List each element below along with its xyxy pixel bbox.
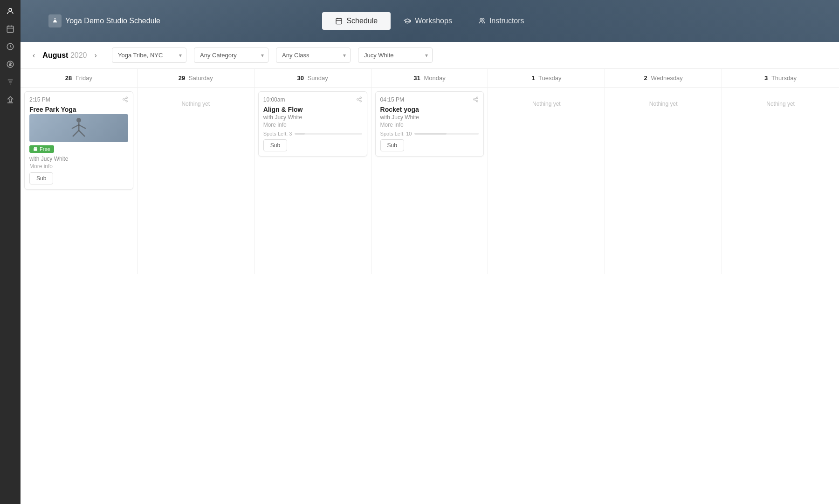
class-select-wrapper: Any Class (276, 48, 351, 63)
share-icon[interactable] (356, 96, 362, 104)
svg-point-17 (480, 19, 482, 20)
svg-point-12 (55, 18, 56, 20)
current-month: August 2020 (42, 51, 87, 60)
day-header-2: 30 Sunday (254, 69, 371, 87)
category-select[interactable]: Any Category (194, 48, 268, 63)
day-column-2: Nothing yet (605, 88, 722, 274)
nothing-yet-29: Nothing yet (141, 91, 250, 107)
svg-point-19 (126, 97, 127, 98)
free-badge: Free (29, 145, 54, 153)
day-columns: 2:15 PM Free Park Yoga (21, 88, 839, 274)
class-card-align-flow: 10:00am Align & Flow with Jucy White Mor… (258, 91, 367, 157)
day-column-3: Nothing yet (722, 88, 839, 274)
day-header-4: 1 Tuesday (488, 69, 605, 87)
class-name: Align & Flow (263, 106, 362, 113)
nothing-yet-1: Nothing yet (492, 91, 601, 107)
spots-fill (295, 133, 305, 135)
sub-button[interactable]: Sub (263, 139, 287, 151)
svg-line-28 (73, 130, 79, 136)
class-card-rocket-yoga: 04:15 PM Rocket yoga with Jucy White Mor… (375, 91, 484, 157)
calendar-icon[interactable] (3, 21, 18, 36)
nav-schedule[interactable]: Schedule (322, 12, 391, 30)
svg-point-37 (474, 99, 475, 100)
nav-schedule-label: Schedule (346, 17, 378, 25)
hero-header: Yoga Demo Studio Schedule Schedule Works… (21, 0, 839, 42)
class-more-info[interactable]: More info (263, 122, 362, 128)
app-logo (48, 14, 62, 27)
month-name: August (42, 51, 68, 59)
class-instructor: with Jucy White (29, 156, 128, 162)
svg-line-34 (358, 100, 360, 101)
class-select[interactable]: Any Class (276, 48, 351, 63)
next-month-button[interactable]: › (91, 50, 99, 61)
day-header-5: 2 Wednesday (605, 69, 722, 87)
day-column-31: 04:15 PM Rocket yoga with Jucy White Mor… (371, 88, 488, 274)
nav-instructors[interactable]: Instructors (465, 12, 537, 30)
svg-line-29 (79, 130, 85, 136)
month-year: 2020 (70, 51, 87, 59)
nothing-yet-3: Nothing yet (726, 91, 835, 107)
spots-fill (414, 133, 447, 135)
app-title-area: Yoga Demo Studio Schedule (48, 14, 160, 27)
class-time: 2:15 PM (29, 96, 50, 103)
svg-line-26 (72, 125, 79, 129)
class-more-info[interactable]: More info (380, 122, 479, 128)
share-icon[interactable] (122, 96, 128, 104)
class-card-header: 2:15 PM (29, 96, 128, 104)
location-select[interactable]: Yoga Tribe, NYC (112, 48, 186, 63)
nav-workshops[interactable]: Workshops (391, 12, 465, 30)
svg-line-35 (358, 98, 360, 99)
spots-bar (414, 133, 479, 135)
instructor-select[interactable]: Jucy White (358, 48, 433, 63)
class-time: 04:15 PM (380, 96, 404, 103)
avatar-icon[interactable] (3, 4, 18, 19)
day-headers: 28 Friday 29 Saturday 30 Sunday 31 Monda… (21, 69, 839, 88)
svg-point-0 (9, 8, 12, 11)
calendar-area: 28 Friday 29 Saturday 30 Sunday 31 Monda… (21, 69, 839, 504)
day-column-28: 2:15 PM Free Park Yoga (21, 88, 138, 274)
day-header-0: 28 Friday (21, 69, 138, 87)
class-card-free-park-yoga: 2:15 PM Free Park Yoga (24, 91, 133, 190)
prev-month-button[interactable]: ‹ (30, 50, 38, 61)
instructor-select-wrapper: Jucy White (358, 48, 433, 63)
svg-point-38 (477, 101, 478, 102)
svg-point-21 (126, 101, 127, 102)
export-icon[interactable] (3, 92, 18, 107)
class-name: Free Park Yoga (29, 106, 128, 113)
nav-instructors-label: Instructors (489, 17, 524, 25)
day-column-1: Nothing yet (488, 88, 605, 274)
share-icon[interactable] (473, 96, 479, 104)
svg-point-31 (360, 97, 361, 98)
svg-line-40 (475, 98, 477, 99)
day-header-6: 3 Thursday (722, 69, 839, 87)
sub-button[interactable]: Sub (29, 172, 53, 184)
day-header-1: 29 Saturday (138, 69, 254, 87)
filter-icon[interactable] (3, 75, 18, 89)
class-image (29, 114, 128, 142)
class-time: 10:00am (263, 96, 285, 103)
svg-point-18 (482, 19, 484, 20)
day-column-30: 10:00am Align & Flow with Jucy White Mor… (254, 88, 371, 274)
svg-rect-13 (336, 19, 342, 24)
location-select-wrapper: Yoga Tribe, NYC (112, 48, 186, 63)
class-card-header: 04:15 PM (380, 96, 479, 104)
class-more-info[interactable]: More info (29, 163, 128, 170)
svg-line-22 (124, 100, 126, 101)
history-icon[interactable] (3, 39, 18, 54)
spots-bar (295, 133, 362, 135)
svg-point-36 (477, 97, 478, 98)
class-instructor: with Jucy White (263, 114, 362, 121)
svg-point-20 (123, 99, 124, 100)
svg-rect-30 (34, 148, 37, 150)
day-column-29: Nothing yet (138, 88, 254, 274)
spots-label: Spots Left: 10 (380, 131, 412, 136)
nothing-yet-2: Nothing yet (609, 91, 718, 107)
nav-workshops-label: Workshops (415, 17, 452, 25)
class-name: Rocket yoga (380, 106, 479, 113)
dollar-icon[interactable] (3, 57, 18, 72)
svg-line-39 (475, 100, 477, 101)
svg-rect-1 (7, 26, 14, 33)
spots-row: Spots Left: 10 (380, 131, 479, 136)
class-card-header: 10:00am (263, 96, 362, 104)
sub-button[interactable]: Sub (380, 139, 404, 151)
